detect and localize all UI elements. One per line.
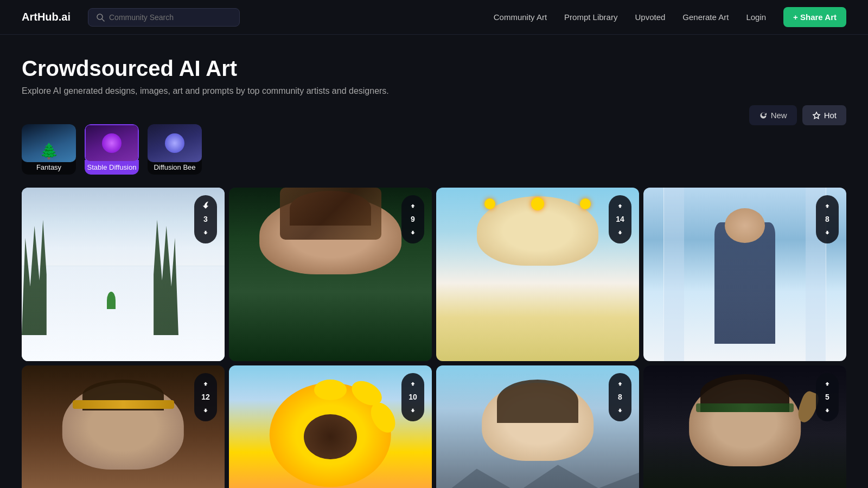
gallery-item-6[interactable]: 10 (229, 365, 432, 488)
vote-count-4: 8 (825, 215, 829, 224)
category-fantasy[interactable]: Fantasy (22, 124, 76, 175)
gallery-item-4[interactable]: 8 (643, 188, 846, 361)
category-stable-label: Stable Diffusion (85, 160, 139, 175)
upvote-button-8[interactable] (819, 377, 835, 391)
gallery-item-5[interactable]: 12 (22, 365, 225, 488)
gallery-item-1[interactable]: 3 (22, 188, 225, 361)
vote-count-2: 9 (411, 215, 415, 224)
category-diffusion-label: Diffusion Bee (148, 160, 202, 175)
upvote-button-7[interactable] (612, 377, 628, 391)
category-diffusion-bee[interactable]: Diffusion Bee (148, 124, 202, 175)
vote-controls-3: 14 (609, 195, 631, 243)
share-art-button[interactable]: + Share Art (783, 7, 846, 27)
sort-new-button[interactable]: New (749, 105, 797, 125)
upvote-button-6[interactable] (405, 377, 421, 391)
vote-count-8: 5 (825, 393, 829, 402)
downvote-button-5[interactable] (197, 403, 214, 417)
downvote-button-8[interactable] (819, 403, 835, 417)
gallery: 3 9 (0, 188, 868, 488)
vote-count-3: 14 (616, 215, 624, 224)
vote-controls-8: 5 (816, 373, 839, 421)
header: ArtHub.ai Community Art Prompt Library U… (0, 0, 868, 35)
vote-controls-4: 8 (816, 195, 839, 243)
sort-buttons: New Hot (749, 105, 846, 125)
logo: ArtHub.ai (22, 11, 71, 23)
search-bar[interactable] (88, 8, 240, 27)
vote-controls-2: 9 (401, 195, 424, 243)
vote-count-1: 3 (203, 215, 208, 224)
sort-hot-button[interactable]: Hot (802, 105, 846, 125)
gallery-item-2[interactable]: 9 (229, 188, 432, 361)
hero: Crowdsourced AI Art Explore AI generated… (0, 35, 868, 124)
refresh-icon (759, 111, 768, 120)
svg-line-1 (102, 19, 104, 21)
downvote-button-7[interactable] (612, 403, 628, 417)
vote-count-5: 12 (201, 393, 210, 402)
gallery-item-8[interactable]: 5 (643, 365, 846, 488)
nav-login[interactable]: Login (746, 12, 766, 22)
nav-generate-art[interactable]: Generate Art (682, 12, 729, 22)
page-subtitle: Explore AI generated designs, images, ar… (22, 86, 846, 96)
nav-prompt-library[interactable]: Prompt Library (564, 12, 617, 22)
nav-community-art[interactable]: Community Art (494, 12, 547, 22)
downvote-button-1[interactable] (197, 225, 214, 239)
downvote-button-6[interactable] (405, 403, 421, 417)
svg-marker-2 (813, 112, 820, 119)
page-title: Crowdsourced AI Art (22, 56, 846, 81)
vote-controls-1: 3 (194, 195, 217, 243)
upvote-button-2[interactable] (405, 200, 421, 214)
upvote-button-3[interactable] (612, 200, 628, 214)
downvote-button-2[interactable] (405, 225, 421, 239)
vote-controls-5: 12 (194, 373, 217, 421)
vote-count-6: 10 (409, 393, 417, 402)
search-icon (96, 13, 105, 22)
category-filter: Fantasy Stable Diffusion Diffusion Bee (0, 124, 868, 188)
vote-controls-7: 8 (609, 373, 631, 421)
category-fantasy-label: Fantasy (22, 160, 76, 175)
upvote-button-4[interactable] (819, 200, 835, 214)
downvote-button-4[interactable] (819, 225, 835, 239)
upvote-button-1[interactable] (197, 200, 214, 214)
star-icon (812, 111, 821, 120)
search-input[interactable] (109, 13, 232, 22)
gallery-item-3[interactable]: 14 (436, 188, 639, 361)
nav: Community Art Prompt Library Upvoted Gen… (494, 7, 846, 27)
upvote-button-5[interactable] (197, 377, 214, 391)
gallery-item-7[interactable]: 8 (436, 365, 639, 488)
nav-upvoted[interactable]: Upvoted (635, 12, 665, 22)
category-stable-diffusion[interactable]: Stable Diffusion (85, 124, 139, 175)
hero-area: Crowdsourced AI Art Explore AI generated… (0, 35, 868, 124)
downvote-button-3[interactable] (612, 225, 628, 239)
vote-count-7: 8 (618, 393, 622, 402)
vote-controls-6: 10 (401, 373, 424, 421)
